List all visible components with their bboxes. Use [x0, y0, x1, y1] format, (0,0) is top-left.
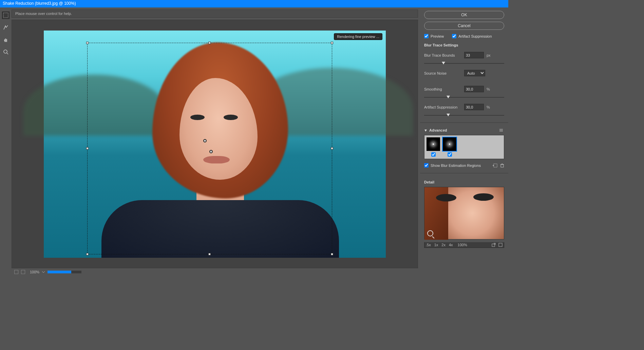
blur-trace-bounds-input[interactable] [464, 52, 484, 58]
statusbar-icon-1[interactable] [14, 270, 18, 274]
add-region-icon[interactable] [493, 163, 497, 168]
svg-rect-9 [501, 164, 504, 167]
advanced-section-toggle[interactable]: Advanced [424, 128, 504, 132]
window-titlebar: Shake Reduction (blurred3.jpg @ 100%) [0, 0, 508, 7]
canvas-area[interactable]: Rendering fine preview ... [12, 20, 418, 268]
artifact-suppression-slider[interactable] [424, 114, 504, 116]
svg-line-2 [7, 53, 8, 54]
marquee-tool[interactable] [2, 12, 10, 19]
photo-preview: Rendering fine preview ... [44, 31, 386, 258]
show-regions-label: Show Blur Estimation Regions [431, 163, 481, 168]
artifact-suppression-checkbox-label[interactable]: Artifact Suppression [452, 34, 492, 38]
resize-handle-bl[interactable] [86, 253, 89, 255]
zoom-current: 100% [458, 243, 467, 247]
zoom-1x[interactable]: 1x [434, 243, 438, 247]
help-text: Place mouse over control for help. [15, 12, 72, 16]
help-bar: Place mouse over control for help. [12, 9, 418, 18]
undock-loupe-icon[interactable] [492, 243, 496, 247]
delete-region-icon[interactable] [500, 163, 504, 168]
ok-button[interactable]: OK [424, 11, 504, 19]
artifact-suppression-checkbox[interactable] [452, 34, 456, 38]
percent-unit-1: % [487, 87, 493, 91]
render-progress [48, 271, 81, 273]
resize-handle-tm[interactable] [208, 42, 211, 44]
resize-handle-tr[interactable] [331, 42, 333, 44]
blur-trace-thumb-1-checkbox[interactable] [431, 152, 436, 157]
blur-trace-bounds-label: Blur Trace Bounds [424, 53, 461, 57]
panel-menu-icon[interactable] [499, 129, 504, 132]
resize-handle-br[interactable] [331, 253, 333, 255]
settings-panel: OK Cancel Preview Artifact Suppression B… [420, 7, 508, 276]
blur-trace-section-title: Blur Trace Settings [424, 43, 504, 47]
preview-checkbox[interactable] [424, 34, 429, 38]
smoothing-input[interactable] [464, 86, 484, 92]
status-bar: 100% [12, 268, 420, 276]
svg-rect-6 [494, 164, 497, 167]
artifact-suppression-label: Artifact Suppression [424, 105, 461, 109]
zoom-4x[interactable]: 4x [449, 243, 453, 247]
smoothing-label: Smoothing [424, 87, 461, 91]
resize-handle-ml[interactable] [86, 147, 89, 150]
loupe-settings-icon[interactable] [498, 243, 503, 247]
blur-trace-thumb-2-checkbox[interactable] [448, 152, 452, 157]
px-unit: px [487, 53, 493, 57]
svg-rect-14 [499, 243, 502, 247]
svg-rect-0 [3, 13, 8, 18]
blur-estimation-region[interactable] [87, 43, 332, 254]
zoom-2x[interactable]: 2x [441, 243, 446, 247]
hand-tool[interactable] [2, 36, 10, 43]
loupe-icon[interactable] [427, 230, 433, 236]
window-title: Shake Reduction (blurred3.jpg @ 100%) [3, 1, 76, 6]
smoothing-slider[interactable] [424, 96, 504, 98]
direction-tool[interactable] [2, 24, 10, 31]
region-center-1[interactable] [203, 139, 207, 142]
svg-point-1 [4, 50, 7, 53]
detail-section-title: Detail [424, 180, 504, 184]
preview-checkbox-label[interactable]: Preview [424, 34, 444, 38]
cancel-button[interactable]: Cancel [424, 22, 504, 30]
artifact-suppression-input[interactable] [464, 104, 484, 110]
percent-unit-2: % [487, 105, 493, 109]
source-noise-select[interactable]: Auto [464, 70, 485, 76]
blur-trace-bounds-slider[interactable] [424, 62, 504, 64]
show-regions-checkbox[interactable] [424, 163, 429, 168]
disclosure-triangle-icon [424, 129, 427, 132]
blur-trace-thumb-1[interactable] [427, 137, 440, 157]
zoom-half[interactable]: .5x [426, 243, 431, 247]
zoom-dropdown-icon[interactable] [42, 271, 45, 273]
zoom-tool[interactable] [2, 48, 10, 56]
resize-handle-bm[interactable] [208, 253, 211, 255]
source-noise-label: Source Noise [424, 71, 461, 75]
detail-zoom-bar: .5x 1x 2x 4x 100% [424, 242, 504, 248]
resize-handle-tl[interactable] [86, 42, 89, 44]
resize-handle-mr[interactable] [331, 147, 333, 150]
region-center-2[interactable] [209, 150, 213, 153]
blur-trace-thumbnails [424, 135, 504, 159]
zoom-readout: 100% [30, 270, 39, 274]
detail-loupe-preview[interactable] [424, 187, 504, 239]
blur-trace-thumb-2[interactable] [443, 137, 456, 157]
render-status-pill: Rendering fine preview ... [334, 33, 382, 40]
tool-strip [0, 7, 12, 276]
statusbar-icon-2[interactable] [21, 270, 25, 274]
